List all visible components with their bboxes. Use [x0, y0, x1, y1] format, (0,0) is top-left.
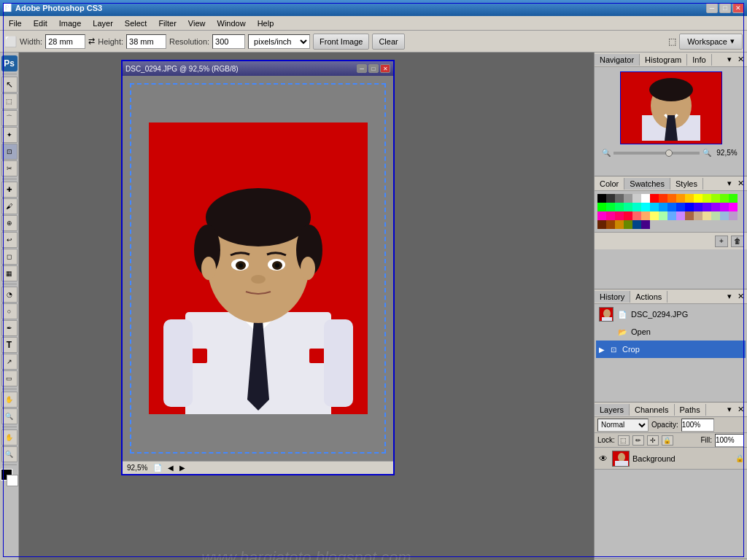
navigator-panel: Navigator Histogram Info ▾ ✕: [595, 52, 747, 176]
main-area: Ps ↖ ⬚ ⌒ ✦ ⊡ ✂ ✚ 🖌 ⊕ ↩ ◻ ▦ ◔ ○ ✒ T ↗ ▭ ✋…: [0, 52, 747, 560]
right-panel: Navigator Histogram Info ▾ ✕: [594, 52, 747, 560]
navigator-content: 🔍 🔍 92,5%: [595, 67, 747, 161]
nav-view-rect: [620, 71, 722, 144]
zoom-slider[interactable]: [614, 152, 700, 155]
navigator-thumbnail: [620, 71, 722, 144]
zoom-handle[interactable]: [665, 149, 673, 157]
